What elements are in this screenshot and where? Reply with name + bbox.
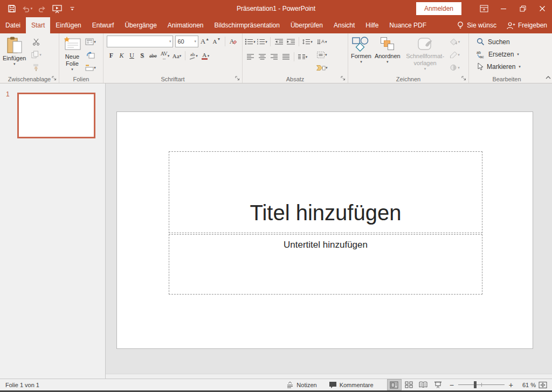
decrease-indent-icon[interactable] (273, 36, 284, 47)
close-button[interactable] (533, 0, 552, 17)
slide-number: 1 (6, 90, 10, 98)
change-case-icon[interactable]: Aa▾ (171, 50, 182, 61)
slide-layout-icon[interactable]: ▾ (85, 36, 96, 47)
subtitle-placeholder[interactable]: Untertitel hinzufügen (169, 234, 482, 295)
reset-slide-icon[interactable] (85, 49, 96, 60)
font-size-combo[interactable]: 60▾ (175, 36, 198, 47)
horizontal-scrollbar[interactable] (106, 374, 552, 379)
align-right-icon[interactable] (268, 51, 279, 62)
titlebar-controls: Anmelden (416, 0, 552, 17)
find-button[interactable]: Suchen (477, 36, 543, 47)
svg-text:ab: ab (477, 50, 481, 54)
shapes-button[interactable]: Formen ▾ (349, 35, 373, 74)
clipboard-dialog-launcher-icon[interactable] (52, 76, 57, 81)
ribbon-tab-bar: Datei Start Einfügen Entwurf Übergänge A… (0, 17, 552, 33)
zoom-slider[interactable] (458, 384, 505, 385)
font-dialog-launcher-icon[interactable] (235, 76, 240, 81)
view-normal-button[interactable] (387, 379, 402, 390)
select-button[interactable]: Markieren ▾ (477, 61, 543, 72)
paste-button[interactable]: Einfügen ▾ (1, 35, 27, 74)
replace-button[interactable]: abac Ersetzen ▾ (477, 48, 543, 60)
notes-toggle[interactable]: Notizen (280, 379, 322, 390)
bullets-icon[interactable]: ▾ (245, 36, 256, 47)
zoom-slider-thumb[interactable] (474, 381, 477, 388)
clear-formatting-icon[interactable]: A (228, 36, 239, 47)
tab-datei[interactable]: Datei (0, 17, 26, 33)
redo-icon[interactable] (36, 2, 49, 15)
justify-icon[interactable] (280, 51, 291, 62)
customize-qat-icon[interactable] (66, 2, 79, 15)
text-direction-icon[interactable]: A ▾ (316, 36, 328, 47)
zoom-in-button[interactable]: + (509, 382, 513, 388)
text-shadow-icon[interactable]: S (137, 50, 147, 61)
ribbon-display-options-icon[interactable] (474, 0, 494, 17)
save-icon[interactable] (5, 2, 18, 15)
arrange-label: Anordnen (375, 53, 401, 60)
share-button[interactable]: Freigeben (501, 17, 552, 33)
character-spacing-icon[interactable]: AV↔ ▾ (160, 50, 170, 61)
italic-icon[interactable]: K (117, 50, 126, 61)
view-reading-button[interactable] (416, 379, 431, 390)
font-color-icon[interactable]: A ▾ (200, 50, 211, 61)
fit-slide-to-window-button[interactable] (536, 379, 550, 390)
view-slide-sorter-button[interactable] (402, 379, 416, 390)
font-name-combo[interactable]: ▾ (107, 36, 173, 47)
find-label: Suchen (488, 38, 510, 46)
paragraph-dialog-launcher-icon[interactable] (341, 76, 346, 81)
format-painter-icon[interactable] (31, 62, 42, 73)
drawing-dialog-launcher-icon[interactable] (461, 76, 467, 81)
bold-icon[interactable]: F (107, 50, 116, 61)
comments-toggle[interactable]: Kommentare (323, 379, 380, 390)
align-text-icon[interactable]: ▾ (316, 49, 328, 60)
shrink-font-icon[interactable]: A▼ (211, 36, 222, 47)
tab-ueberpruefen[interactable]: Überprüfen (285, 17, 328, 33)
tab-hilfe[interactable]: Hilfe (360, 17, 384, 33)
section-icon[interactable]: ▾ (85, 62, 96, 73)
zoom-out-button[interactable]: − (450, 382, 454, 388)
tab-einfuegen[interactable]: Einfügen (50, 17, 86, 33)
numbering-icon[interactable]: ▾ (257, 36, 267, 47)
title-placeholder[interactable]: Titel hinzufügen (169, 151, 482, 233)
new-slide-button[interactable]: Neue Folie ▾ (60, 35, 84, 74)
strikethrough-icon[interactable]: abe (148, 50, 158, 61)
tab-nuance-pdf[interactable]: Nuance PDF (384, 17, 432, 33)
slides-group-label: Folien (59, 76, 103, 82)
increase-indent-icon[interactable] (285, 36, 296, 47)
sign-in-button[interactable]: Anmelden (416, 2, 461, 15)
shape-effects-icon[interactable]: ▾ (450, 62, 460, 73)
tab-start[interactable]: Start (26, 17, 50, 33)
zoom-percentage[interactable]: 61 % (518, 382, 536, 388)
slide-canvas[interactable]: Titel hinzufügen Untertitel hinzufügen (116, 111, 533, 349)
collapse-ribbon-button[interactable] (544, 33, 551, 83)
quick-styles-button[interactable]: Schnellformat-vorlagen ▾ (402, 35, 448, 74)
shape-fill-icon[interactable]: ▾ (450, 36, 460, 47)
undo-icon[interactable]: ▾ (20, 2, 33, 15)
align-center-icon[interactable] (257, 51, 267, 62)
underline-icon[interactable]: U (127, 50, 136, 61)
shape-outline-icon[interactable]: ▾ (450, 49, 460, 60)
restore-button[interactable] (513, 0, 533, 17)
minimize-button[interactable] (494, 0, 513, 17)
svg-text:ac: ac (480, 55, 484, 59)
quick-access-toolbar: ▾ (0, 2, 79, 15)
copy-icon[interactable]: ▾ (31, 49, 42, 60)
tab-ansicht[interactable]: Ansicht (328, 17, 360, 33)
view-slideshow-button[interactable] (431, 379, 445, 390)
tab-animationen[interactable]: Animationen (162, 17, 209, 33)
text-highlight-icon[interactable]: ab ▾ (188, 50, 199, 61)
line-spacing-icon[interactable]: ▾ (302, 36, 313, 47)
tab-entwurf[interactable]: Entwurf (87, 17, 120, 33)
grow-font-icon[interactable]: A▲ (199, 36, 210, 47)
start-slideshow-icon[interactable] (51, 2, 64, 15)
slide-editor-area: Titel hinzufügen Untertitel hinzufügen (106, 83, 552, 379)
arrange-button[interactable]: Anordnen ▾ (373, 35, 402, 74)
cut-icon[interactable] (31, 36, 42, 47)
paragraph-group-label: Absatz (243, 76, 348, 82)
slide-thumbnail[interactable] (17, 93, 95, 138)
tell-me-search[interactable]: Sie wünsc (452, 17, 501, 33)
columns-icon[interactable]: ▾ (297, 51, 308, 62)
tab-uebergaenge[interactable]: Übergänge (119, 17, 162, 33)
tab-bildschirmpraesentation[interactable]: Bildschirmpräsentation (209, 17, 285, 33)
align-left-icon[interactable] (245, 51, 256, 62)
convert-smartart-icon[interactable]: ▾ (316, 62, 328, 73)
